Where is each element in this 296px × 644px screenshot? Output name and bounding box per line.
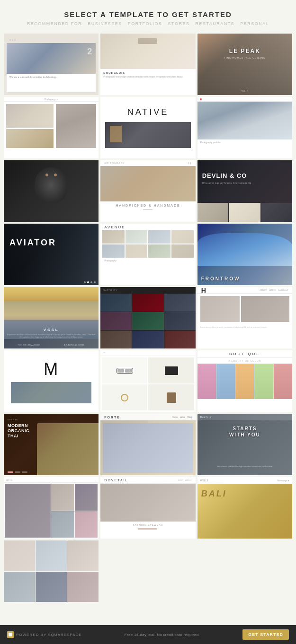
avenue-img-5 bbox=[102, 244, 125, 258]
dovetail-header: DOVETAIL SHOP ABOUT bbox=[100, 477, 195, 484]
devlin-sub: Wherever Luxury Meets Craftsmanship bbox=[202, 182, 251, 184]
powered-by-text: POWERED BY SQUARESPACE bbox=[16, 633, 82, 637]
hill-nav-dot bbox=[200, 98, 202, 100]
aviator-content: AVIATOR bbox=[9, 238, 56, 248]
devlin-prod-2 bbox=[229, 203, 260, 222]
sg-bag bbox=[167, 392, 176, 403]
template-card-native[interactable]: NATIVE bbox=[100, 97, 195, 158]
subtitle-prefix: RECOMMENDED FOR bbox=[27, 21, 82, 26]
h-nav-1: ABOUT bbox=[260, 289, 267, 291]
template-card-dog[interactable] bbox=[4, 160, 99, 222]
filter-restaurants[interactable]: RESTAURANTS bbox=[195, 21, 234, 26]
thai-title: MODERN ORGANIC THAI bbox=[8, 423, 34, 438]
starts-body: We connect local food through outreach, … bbox=[201, 465, 288, 468]
avenue-img-7 bbox=[148, 244, 170, 258]
filter-personal[interactable]: PERSONAL bbox=[240, 21, 269, 26]
forte-logo: FORTE bbox=[104, 416, 120, 419]
adirondack-header: ADIRONDACK 11 bbox=[100, 160, 195, 166]
template-card-aviator[interactable]: AVIATOR bbox=[4, 224, 99, 285]
wesley-title: WESLEY bbox=[103, 289, 118, 292]
template-card-portfolio[interactable]: BOURGEOIS Photography and design portfol… bbox=[100, 34, 195, 95]
template-card-starts[interactable]: Bedford STARTSWITH YOU We connect local … bbox=[197, 414, 292, 475]
template-card-dovetail[interactable]: DOVETAIL SHOP ABOUT FASHION EYEWEAR bbox=[100, 477, 195, 539]
template-card-gallery[interactable]: SKYE bbox=[4, 477, 99, 539]
galapagos-img2 bbox=[6, 129, 54, 148]
boutique-clothes bbox=[197, 364, 292, 399]
forte-nav: Home Work Blog bbox=[172, 416, 191, 418]
boutique-title: BOUTIQUE bbox=[229, 352, 260, 356]
template-card-wesley[interactable]: WESLEY bbox=[100, 287, 195, 348]
takk-dots bbox=[9, 39, 16, 41]
avenue-grid bbox=[100, 230, 195, 258]
thai-footer bbox=[8, 471, 27, 473]
devlin-title: DEVLIN & CO bbox=[202, 172, 247, 179]
avenue-title: AVENUE bbox=[104, 225, 125, 229]
sg-item-3 bbox=[102, 384, 147, 410]
hill-nav bbox=[197, 97, 292, 102]
get-started-button[interactable]: GET STARTED bbox=[242, 629, 289, 640]
portfolio-image bbox=[100, 34, 195, 69]
template-card-vssl[interactable]: VSSL Experience the hues of many words f… bbox=[4, 287, 99, 348]
template-card-thai[interactable]: EVENTS MODERN ORGANIC THAI bbox=[4, 414, 99, 475]
vssl-footer-item-1: FOR RESERVATIONS bbox=[18, 344, 41, 346]
template-card-m[interactable]: M bbox=[4, 350, 99, 412]
dovetail-model bbox=[100, 484, 195, 522]
fashion-img-2 bbox=[36, 540, 67, 571]
sg-lens-right bbox=[125, 369, 132, 373]
thai-dot-2 bbox=[15, 471, 20, 473]
template-card-hill[interactable]: Photography portfolio bbox=[197, 97, 292, 158]
template-card-fashion-gallery[interactable] bbox=[4, 540, 99, 602]
boutique-image bbox=[197, 364, 292, 399]
gallery-sp-3 bbox=[75, 484, 98, 511]
template-card-avenue[interactable]: AVENUE Photography bbox=[100, 224, 195, 285]
galapagos-img1 bbox=[6, 104, 54, 128]
boutique-cloth-5 bbox=[274, 364, 292, 399]
adirondack-line bbox=[143, 209, 152, 209]
frontrow-nav: ← → bbox=[284, 281, 289, 283]
dog-eye-left bbox=[45, 174, 48, 176]
template-card-frontrow[interactable]: FRONTROW ← → bbox=[197, 224, 292, 285]
trial-text: Free 14-day trial. No credit card requir… bbox=[125, 633, 200, 637]
sunglasses-body bbox=[100, 356, 195, 412]
galapagos-left bbox=[4, 102, 56, 158]
template-card-h[interactable]: H ABOUT WORK CONTACT Lorem ipsum dolor s… bbox=[197, 287, 292, 348]
template-card-devlin[interactable]: DEVLIN & CO Wherever Luxury Meets Crafts… bbox=[197, 160, 292, 222]
portfolio-title: BOURGEOIS bbox=[103, 71, 192, 74]
frontrow-wave bbox=[197, 233, 292, 266]
aviator-dot-1 bbox=[84, 281, 86, 283]
template-card-adirondack[interactable]: ADIRONDACK 11 HANDPICKED & HANDMADE bbox=[100, 160, 195, 222]
template-card-wells[interactable]: WELLS Homepage ▾ Bali bbox=[197, 477, 292, 539]
wesley-img-6 bbox=[164, 312, 196, 330]
filter-portfolios[interactable]: PORTFOLIOS bbox=[128, 21, 162, 26]
avenue-img-3 bbox=[148, 230, 170, 244]
takk-image bbox=[7, 43, 96, 74]
sg-wallet bbox=[165, 366, 178, 375]
portfolio-body: BOURGEOIS Photography and design portfol… bbox=[100, 69, 195, 81]
fashion-img-3 bbox=[67, 540, 99, 571]
page-wrapper: SELECT A TEMPLATE TO GET STARTED RECOMME… bbox=[0, 0, 296, 644]
devlin-products bbox=[197, 203, 292, 222]
h-img2 bbox=[241, 296, 289, 322]
fashion-img-6 bbox=[67, 572, 99, 602]
template-card-sunglasses[interactable]: ☰ bbox=[100, 350, 195, 412]
page-header: SELECT A TEMPLATE TO GET STARTED RECOMME… bbox=[0, 0, 296, 32]
filter-stores[interactable]: STORES bbox=[168, 21, 190, 26]
thai-food-image bbox=[37, 423, 99, 475]
template-card-takk[interactable]: We are a successful committed to deliver… bbox=[4, 34, 99, 95]
avenue-img-6 bbox=[126, 244, 148, 258]
aviator-overlay bbox=[4, 224, 99, 285]
fashion-img-1 bbox=[4, 540, 35, 571]
wesley-img-2 bbox=[132, 294, 163, 312]
template-card-forte[interactable]: FORTE Home Work Blog bbox=[100, 414, 195, 475]
dot-3 bbox=[14, 39, 16, 41]
forte-header: FORTE Home Work Blog bbox=[100, 414, 195, 420]
template-card-galapagos[interactable]: Galapagos bbox=[4, 97, 99, 158]
template-card-le-peak[interactable]: LE PEAK FINE HOMESTYLE CUISINE VISIT bbox=[197, 34, 292, 95]
takk-bar bbox=[7, 36, 96, 43]
filter-businesses[interactable]: BUSINESSES bbox=[88, 21, 122, 26]
vssl-footer: FOR RESERVATIONS A NAUTICAL HOME bbox=[4, 344, 99, 346]
template-card-boutique[interactable]: BOUTIQUE A LUXURY OF COLOR bbox=[197, 350, 292, 412]
dovetail-nav-2: ABOUT bbox=[185, 479, 192, 481]
dot-2 bbox=[12, 39, 13, 41]
h-nav-2: WORK bbox=[269, 289, 276, 291]
